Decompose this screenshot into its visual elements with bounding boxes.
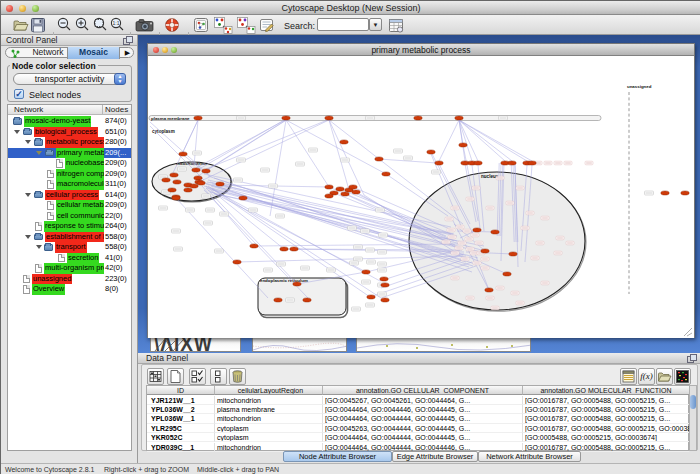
svg-text:unassigned: unassigned [627,84,652,89]
svg-text:plasma membrane: plasma membrane [151,116,190,121]
svg-text:endoplasmic reticulum: endoplasmic reticulum [260,278,308,283]
svg-text:1:1: 1:1 [113,20,120,26]
svg-text:cytoplasm: cytoplasm [152,129,175,134]
